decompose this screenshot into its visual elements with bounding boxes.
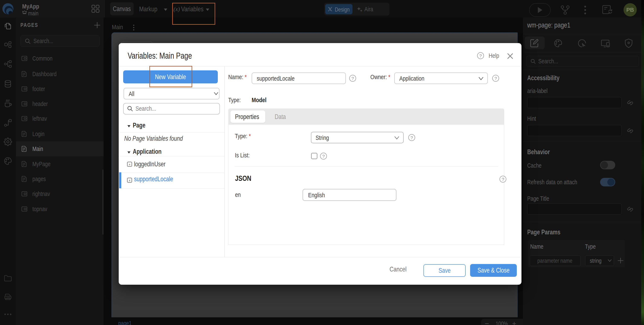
- svg-text:x: x: [129, 163, 130, 166]
- svg-text:LOG: LOG: [6, 296, 10, 299]
- svg-text:x: x: [129, 178, 130, 182]
